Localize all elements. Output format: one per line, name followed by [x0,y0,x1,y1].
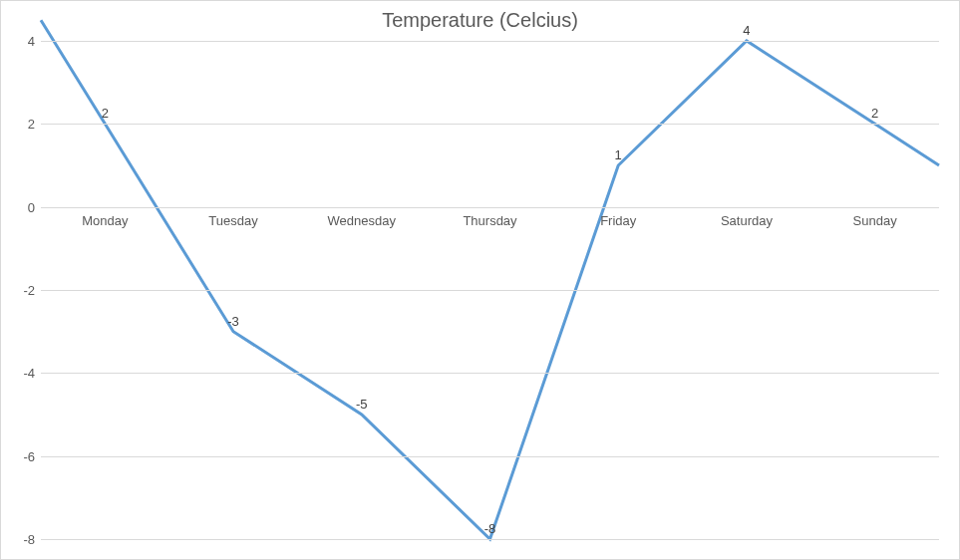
data-label: 2 [102,106,109,121]
y-tick-label: -2 [9,283,35,298]
gridline [41,373,939,374]
data-label: -5 [356,397,368,412]
x-tick-label: Monday [82,213,128,228]
y-tick-label: 4 [9,34,35,49]
y-tick-label: -4 [9,366,35,381]
x-tick-label: Saturday [721,213,773,228]
y-tick-label: 0 [9,199,35,214]
data-label: 4 [743,23,750,38]
data-label: -8 [484,521,496,536]
data-label: 1 [615,147,622,162]
y-tick-label: -8 [9,532,35,547]
line-path [41,20,939,539]
chart-title: Temperature (Celcius) [1,9,959,32]
x-tick-label: Thursday [463,213,516,228]
y-tick-label: -6 [9,448,35,463]
x-tick-label: Tuesday [208,213,257,228]
plot-area: 420-2-4-6-8MondayTuesdayWednesdayThursda… [41,41,939,539]
data-label: -3 [227,314,239,329]
x-tick-label: Friday [600,213,636,228]
gridline [41,207,939,208]
gridline [41,456,939,457]
x-tick-label: Wednesday [328,213,396,228]
data-label: 2 [871,106,878,121]
gridline [41,124,939,125]
gridline [41,290,939,291]
chart-container: Temperature (Celcius) 420-2-4-6-8MondayT… [0,0,960,560]
gridline [41,41,939,42]
y-tick-label: 2 [9,117,35,132]
x-tick-label: Sunday [853,213,897,228]
gridline [41,539,939,540]
